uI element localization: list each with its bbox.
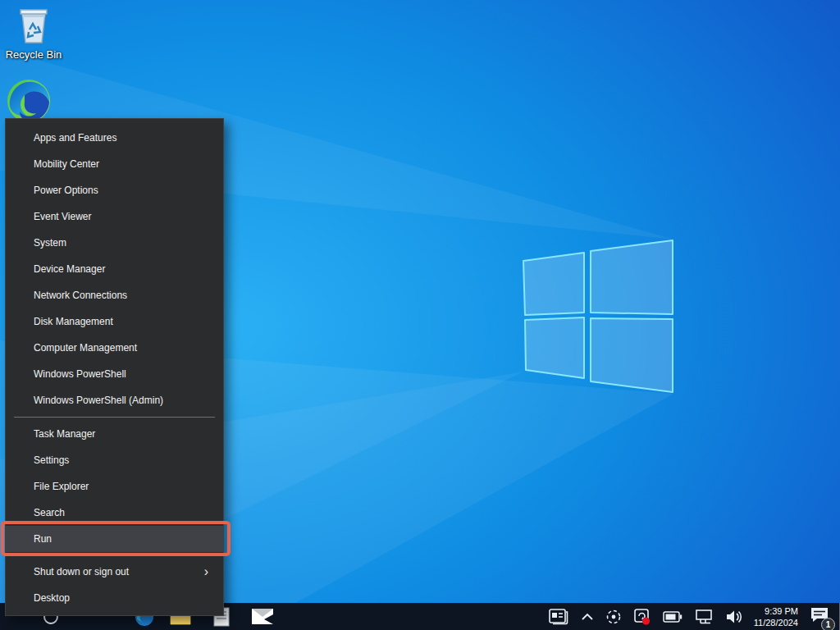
menu-item-network-connections[interactable]: Network Connections	[6, 282, 223, 308]
menu-item-desktop[interactable]: Desktop	[6, 585, 223, 611]
menu-item-apps-and-features[interactable]: Apps and Features	[6, 125, 223, 151]
menu-item-search[interactable]: Search	[6, 500, 223, 526]
menu-item-task-manager[interactable]: Task Manager	[6, 421, 223, 447]
volume-icon[interactable]	[725, 609, 743, 624]
menu-item-event-viewer[interactable]: Event Viewer	[6, 203, 223, 230]
clock-time: 9:39 PM	[765, 605, 798, 617]
notification-badge: 1	[821, 618, 835, 630]
desktop-screen: Recycle Bin	[0, 0, 840, 630]
edge-icon	[7, 79, 51, 123]
menu-item-computer-management[interactable]: Computer Management	[6, 335, 223, 361]
menu-item-file-explorer[interactable]: File Explorer	[6, 473, 223, 500]
menu-item-shut-down-or-sign-out[interactable]: Shut down or sign out ›	[6, 559, 223, 585]
menu-separator	[14, 417, 215, 418]
menu-item-run[interactable]: Run	[6, 526, 223, 552]
news-and-interests-icon[interactable]	[548, 608, 569, 626]
update-alert-icon[interactable]	[633, 608, 651, 626]
menu-item-device-manager[interactable]: Device Manager	[6, 256, 223, 282]
capture-tray-icon[interactable]	[605, 609, 622, 625]
menu-item-windows-powershell[interactable]: Windows PowerShell	[6, 361, 223, 387]
clock-date: 11/28/2024	[754, 617, 798, 628]
menu-item-power-options[interactable]: Power Options	[6, 177, 223, 203]
recycle-bin-icon	[15, 5, 52, 46]
submenu-chevron-icon: ›	[204, 565, 208, 578]
recycle-bin-desktop-icon[interactable]: Recycle Bin	[2, 5, 66, 61]
edge-desktop-icon[interactable]	[0, 79, 61, 123]
battery-icon[interactable]	[663, 611, 682, 623]
menu-item-windows-powershell-admin[interactable]: Windows PowerShell (Admin)	[6, 387, 223, 413]
menu-item-mobility-center[interactable]: Mobility Center	[6, 151, 223, 177]
system-tray: 9:39 PM 11/28/2024 1	[542, 603, 840, 630]
menu-gap	[6, 552, 223, 559]
recycle-bin-label: Recycle Bin	[6, 48, 62, 61]
taskbar-mail-icon[interactable]	[248, 603, 277, 630]
network-ethernet-icon[interactable]	[694, 609, 714, 625]
menu-item-disk-management[interactable]: Disk Management	[6, 308, 223, 335]
menu-item-settings[interactable]: Settings	[6, 447, 223, 473]
menu-item-system[interactable]: System	[6, 230, 223, 256]
hidden-icons-chevron-icon[interactable]	[581, 613, 594, 621]
taskbar-clock[interactable]: 9:39 PM 11/28/2024	[754, 605, 798, 628]
winx-menu: Apps and Features Mobility Center Power …	[5, 118, 224, 616]
action-center-button[interactable]: 1	[810, 606, 829, 628]
